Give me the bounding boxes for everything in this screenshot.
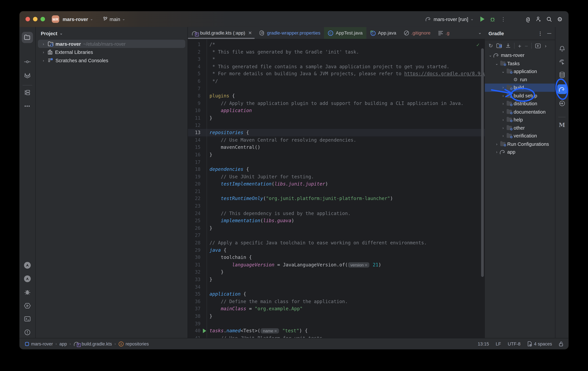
more-actions-button[interactable]: ⋮ [501,16,506,22]
zoom-window-button[interactable] [41,17,45,21]
breadcrumb-item-repositories[interactable]: λrepositories [118,341,149,346]
project-widget[interactable]: mars-rover ⌄ [63,16,93,22]
chevron-right-icon[interactable]: › [42,42,45,46]
chevron-down-icon[interactable]: ⌄ [60,31,63,35]
gradle-tree-item-run-configurations[interactable]: ›⚙Run Configurations [485,140,555,148]
ai-assistant-button[interactable]: @ [526,16,530,23]
tab-label: AppTest.java [336,30,363,36]
gradle-tree-item-build[interactable]: ›⚙build [485,84,555,91]
tab--gitignore[interactable]: .gitignore [400,27,434,39]
project-tree-item-mars-rover[interactable]: ›mars-rover~/etulab/mars-rover [38,40,185,48]
settings-button[interactable]: ⚙ [557,16,562,23]
chevron-down-icon[interactable]: ⌄ [488,53,493,58]
gradle-tree-item-tasks[interactable]: ⌄⚙Tasks [485,59,555,67]
gradle-run-task-button[interactable] [535,43,541,48]
inspections-ok-icon[interactable]: ✓ [476,41,480,48]
project-tree-item-external-libraries[interactable]: ›External Libraries [38,48,185,56]
gradle-toolbar-more[interactable]: › [545,43,546,49]
chevron-right-icon[interactable]: › [501,134,506,138]
project-toolwindow-button[interactable] [22,32,33,43]
gradle-tree-item-distribution[interactable]: ›⚙distribution [485,100,555,108]
chevron-right-icon[interactable]: › [501,126,506,130]
search-everywhere-button[interactable] [546,16,552,22]
chevron-down-icon[interactable]: ⌄ [494,61,499,66]
profiler-toolwindow-button[interactable] [24,303,31,309]
gradle-options-button[interactable]: ⋮ [538,30,543,36]
chevron-right-icon[interactable]: › [42,50,45,54]
terminal-toolwindow-button[interactable] [24,316,31,321]
gradle-tree-item-mars-rover[interactable]: ⌄mars-rover [485,51,555,59]
run-configuration-widget[interactable]: mars-rover [run] ⌄ [425,16,474,22]
hidden-tabs-button[interactable]: ⌄ [478,30,482,35]
commit-toolwindow-button[interactable] [24,60,31,64]
line-number: 32 [188,268,202,276]
maven-toolwindow-button[interactable]: M [559,122,565,129]
project-tree-item-scratches-and-consoles[interactable]: ›Scratches and Consoles [38,56,185,64]
chevron-right-icon[interactable]: › [501,110,506,114]
minimize-window-button[interactable] [33,17,38,21]
dependencies-button[interactable] [559,100,565,106]
chevron-right-icon[interactable]: › [501,86,506,90]
run-button[interactable] [480,17,484,22]
vcs-branch-widget[interactable]: main ⌄ [103,16,125,22]
gradle-hide-button[interactable]: — [547,30,551,36]
indent-style[interactable]: 4 spaces [527,341,552,347]
gradle-toolwindow-button[interactable] [557,84,567,94]
list-file-icon [438,31,443,35]
line-separator[interactable]: LF [496,341,501,346]
gitlab-toolwindow-button[interactable] [24,73,31,79]
file-encoding[interactable]: UTF-8 [508,341,520,346]
database-button[interactable] [559,72,565,78]
editor-scrollbar[interactable] [481,48,484,277]
more-toolwindows-button[interactable]: ••• [24,103,30,109]
gradle-tree-item-other[interactable]: ›⚙other [485,124,555,132]
ai-chat-toolwindow-button[interactable] [23,261,31,269]
project-avatar: MR [52,15,59,23]
gradle-tree-item-verification[interactable]: ›⚙verification [485,132,555,140]
chevron-right-icon[interactable]: › [42,58,45,62]
chevron-right-icon[interactable]: › [494,150,499,154]
close-window-button[interactable] [26,17,30,21]
tab-build-gradle-kts-app-[interactable]: Kbuild.gradle.kts (:app)✕ [188,27,256,39]
readonly-lock-icon[interactable] [559,341,563,346]
gradle-tree-item-run[interactable]: ⚙run [485,76,555,84]
tab--g[interactable]: .g [434,27,453,39]
chevron-down-icon[interactable]: ⌄ [501,70,506,74]
close-icon[interactable]: ✕ [248,30,252,36]
breadcrumb-item-app[interactable]: app [59,341,67,346]
structure-toolwindow-button[interactable] [24,90,30,95]
debug-toolwindow-button[interactable] [24,289,31,295]
svg-text:C: C [330,31,332,35]
ai-assistant-toolwindow-button[interactable] [23,275,31,283]
breadcrumb-item-build-gradle-kts[interactable]: Kbuild.gradle.kts [74,341,112,346]
gradle-tree-item-app[interactable]: ›app [485,148,555,156]
line-number: 12 [188,122,202,129]
code-with-me-button[interactable] [535,16,541,22]
code-line-41: 41 // Use JUnit Platform for unit tests. [188,334,485,338]
tab-gradle-wrapper-properties[interactable]: gradle-wrapper.properties [256,27,324,39]
debug-button[interactable] [490,16,495,22]
ai-actions-button[interactable] [559,59,565,65]
gradle-remove-button[interactable]: − [525,42,528,49]
problems-toolwindow-button[interactable] [24,329,30,335]
code-editor[interactable]: 1/*2 * This file was generated by the Gr… [188,39,485,338]
chevron-right-icon[interactable]: › [501,101,506,106]
gradle-download-sources-button[interactable] [506,43,511,48]
chevron-right-icon[interactable]: › [494,142,499,146]
gradle-link-project-button[interactable] [496,43,502,48]
tab-apptest-java[interactable]: CAppTest.java [324,27,367,39]
gradle-sync-button[interactable]: ↻ [489,43,493,49]
gradle-add-button[interactable]: + [518,42,521,49]
chevron-right-icon[interactable]: › [501,94,506,98]
window-controls[interactable] [26,17,45,21]
notifications-button[interactable] [559,46,565,52]
gradle-tree-item-help[interactable]: ›⚙help [485,116,555,124]
gradle-tree-item-application[interactable]: ⌄⚙application [485,67,555,75]
tabstrip-scrollbar[interactable] [188,38,255,39]
caret-position[interactable]: 13:15 [478,341,489,346]
tab-app-java[interactable]: CApp.java [366,27,400,39]
breadcrumb-item-mars-rover[interactable]: mars-rover [25,341,53,346]
chevron-right-icon[interactable]: › [501,118,506,122]
gradle-tree-item-documentation[interactable]: ›⚙documentation [485,108,555,116]
gradle-tree-item-build-setup[interactable]: ›⚙build setup [485,91,555,100]
